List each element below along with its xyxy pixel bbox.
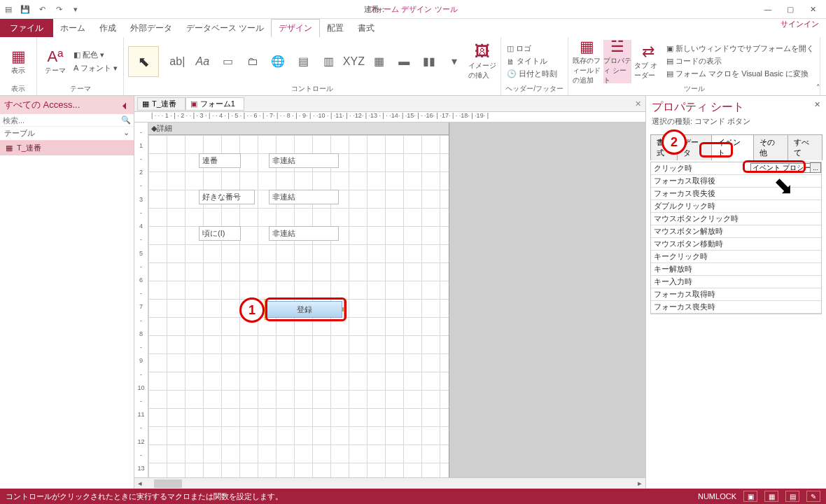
tab-create[interactable]: 作成: [92, 19, 123, 37]
tab-home[interactable]: ホーム: [53, 19, 92, 37]
prop-row-value[interactable]: [748, 276, 821, 288]
undo-icon[interactable]: ↶: [34, 1, 50, 18]
insert-image-button[interactable]: 🖼イメージの挿入: [468, 40, 496, 83]
label-control-icon[interactable]: Aa: [191, 51, 214, 72]
nav-search-input[interactable]: [3, 116, 121, 125]
sign-in-link[interactable]: サインイン: [780, 19, 819, 29]
button-control-icon[interactable]: ▭: [216, 51, 239, 72]
hyperlink-control-icon[interactable]: 🌐: [267, 51, 289, 72]
select-tool-icon[interactable]: ⬉: [128, 46, 159, 77]
view-code-button[interactable]: ▤ コードの表示: [665, 55, 816, 67]
prop-row[interactable]: フォーカス取得後: [651, 175, 821, 188]
form-design-surface[interactable]: ◆ 詳細 連番 非連結 好きな番号 非連結 頃に(I) 非連結 登録 1: [148, 122, 449, 489]
table-icon: ▦: [6, 144, 13, 153]
more-controls-icon[interactable]: ▾: [443, 51, 465, 72]
prop-row-value[interactable]: [748, 213, 821, 225]
redo-icon[interactable]: ↷: [50, 1, 67, 18]
view-datasheet-icon[interactable]: ▦: [764, 491, 778, 502]
document-tabs: ▦T_連番 ▣フォーム1 ✕: [134, 96, 645, 111]
window-restore-icon[interactable]: ▢: [780, 2, 801, 16]
textbox-koro[interactable]: 非連結: [269, 226, 339, 241]
tab-file[interactable]: ファイル: [0, 19, 53, 37]
prop-row-value[interactable]: [748, 263, 821, 275]
annotation-circle-1: 1: [239, 298, 265, 323]
prop-row[interactable]: マウスボタンクリック時: [651, 213, 821, 225]
navigation-pane: すべての Access...⏴ 🔍 テーブル⌄ ▦T_連番: [0, 96, 134, 489]
tab-external-data[interactable]: 外部データ: [123, 19, 179, 37]
tab-order-button[interactable]: ⇄タブ オーダー: [634, 40, 662, 83]
tab-control-icon[interactable]: 🗀: [241, 51, 264, 72]
navigation-control-icon[interactable]: ▤: [292, 51, 314, 72]
tab-design[interactable]: デザイン: [271, 19, 320, 37]
logo-button[interactable]: ◫ ロゴ: [505, 43, 559, 55]
nav-group-tables[interactable]: テーブル⌄: [0, 127, 134, 141]
prop-row-label: ダブルクリック時: [651, 200, 748, 212]
add-existing-fields-button[interactable]: ▦既存のフィールドの追加: [573, 40, 601, 83]
prop-row-label: フォーカス取得後: [651, 175, 748, 187]
option-control-icon[interactable]: ▬: [393, 51, 415, 72]
view-button[interactable]: ▦表示: [4, 40, 32, 83]
prop-row[interactable]: キー入力時: [651, 276, 821, 288]
prop-row[interactable]: ダブルクリック時: [651, 200, 821, 213]
window-minimize-icon[interactable]: —: [757, 2, 778, 16]
nav-header[interactable]: すべての Access...⏴: [0, 96, 134, 114]
view-design-icon[interactable]: ✎: [806, 491, 820, 502]
chevron-left-icon[interactable]: ⏴: [120, 100, 130, 111]
label-koro[interactable]: 頃に(I): [199, 226, 241, 241]
prop-tab-all[interactable]: すべて: [788, 134, 822, 160]
textbox-sukina[interactable]: 非連結: [269, 190, 339, 204]
detail-section-bar[interactable]: ◆ 詳細: [148, 122, 449, 135]
property-sheet-title: プロパティ シート: [646, 96, 826, 116]
fonts-button[interactable]: A フォント ▾: [72, 62, 119, 74]
tab-format[interactable]: 書式: [351, 19, 382, 37]
prop-tab-other[interactable]: その他: [753, 134, 788, 160]
prop-row-value[interactable]: [748, 200, 821, 212]
prop-row-value[interactable]: [748, 225, 821, 237]
save-icon[interactable]: 💾: [17, 1, 34, 18]
qat-more-icon[interactable]: ▾: [67, 1, 84, 18]
prop-row[interactable]: キー解放時: [651, 263, 821, 276]
textbox-control-icon[interactable]: ab|: [166, 51, 188, 72]
prop-row[interactable]: キークリック時: [651, 251, 821, 263]
colors-button[interactable]: ◧ 配色 ▾: [72, 49, 119, 61]
collapse-ribbon-icon[interactable]: ˄: [816, 83, 820, 92]
datetime-button[interactable]: 🕒 日付と時刻: [505, 68, 559, 80]
prop-row-value[interactable]: [748, 288, 821, 300]
property-sheet-button[interactable]: ☱プロパティ シート: [603, 40, 631, 83]
annotation-box-1: [265, 298, 346, 321]
group-caption-controls: コントロール: [128, 84, 496, 94]
search-icon[interactable]: 🔍: [121, 115, 131, 125]
window-close-icon[interactable]: ✕: [802, 2, 823, 16]
listbox-control-icon[interactable]: ▦: [368, 51, 390, 72]
nav-item-t-renban[interactable]: ▦T_連番: [0, 141, 134, 155]
horizontal-scrollbar[interactable]: ◂▸: [134, 477, 645, 489]
line-control-icon[interactable]: XYZ: [342, 51, 365, 72]
property-sheet-close-icon[interactable]: ✕: [814, 100, 820, 109]
subform-new-window-button[interactable]: ▣ 新しいウィンドウでサブフォームを開く: [665, 43, 816, 55]
label-sukina[interactable]: 好きな番号: [199, 190, 255, 204]
prop-row[interactable]: フォーカス取得時: [651, 288, 821, 301]
prop-row-value[interactable]: [748, 238, 821, 250]
label-renban[interactable]: 連番: [199, 153, 241, 168]
prop-row[interactable]: フォーカス喪失後: [651, 188, 821, 200]
prop-row-value[interactable]: [748, 251, 821, 262]
builder-button[interactable]: ...: [810, 162, 821, 173]
textbox-renban[interactable]: 非連結: [269, 153, 339, 168]
convert-macros-button[interactable]: ▤ フォーム マクロを Visual Basic に変換: [665, 68, 816, 80]
view-layout-icon[interactable]: ▤: [785, 491, 799, 502]
themes-button[interactable]: Aªテーマ: [41, 40, 69, 83]
prop-row-label: クリック時: [651, 162, 748, 174]
prop-row[interactable]: マウスボタン移動時: [651, 238, 821, 251]
title-button[interactable]: 🗎 タイトル: [505, 55, 559, 67]
view-form-icon[interactable]: ▣: [743, 491, 757, 502]
prop-row[interactable]: フォーカス喪失時: [651, 301, 821, 314]
doc-tab-form1[interactable]: ▣フォーム1: [186, 97, 244, 111]
prop-row-value[interactable]: [748, 301, 821, 313]
close-tab-icon[interactable]: ✕: [635, 99, 641, 108]
tab-database-tools[interactable]: データベース ツール: [179, 19, 271, 37]
prop-row[interactable]: マウスボタン解放時: [651, 225, 821, 238]
doc-tab-t-renban[interactable]: ▦T_連番: [137, 97, 186, 111]
tab-arrange[interactable]: 配置: [320, 19, 351, 37]
chart-control-icon[interactable]: ▮▮: [418, 51, 440, 72]
combo-control-icon[interactable]: ▥: [317, 51, 340, 72]
